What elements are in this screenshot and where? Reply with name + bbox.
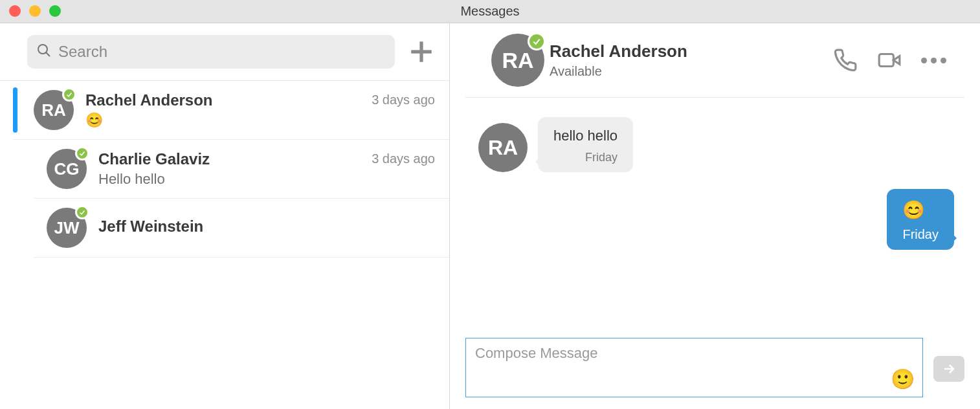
chat-pane: RA Rachel Anderson Available xyxy=(450,23,980,409)
video-call-button[interactable] xyxy=(877,48,902,72)
avatar-initials: RA xyxy=(488,136,518,160)
search-icon xyxy=(36,43,52,61)
send-arrow-icon xyxy=(941,361,957,377)
message-avatar: RA xyxy=(478,123,528,172)
phone-icon xyxy=(833,48,858,72)
minimize-window-button[interactable] xyxy=(29,5,41,17)
compose-input[interactable] xyxy=(475,345,869,362)
conversation-item[interactable]: JW Jeff Weinstein xyxy=(34,199,449,258)
dot-icon xyxy=(931,58,937,63)
chat-header: RA Rachel Anderson Available xyxy=(465,23,964,98)
search-input[interactable] xyxy=(58,43,386,61)
presence-available-icon xyxy=(75,146,89,160)
message-row-incoming: RA hello hello Friday xyxy=(478,117,954,172)
message-text: hello hello xyxy=(553,127,618,144)
close-window-button[interactable] xyxy=(9,5,21,17)
presence-available-icon xyxy=(528,32,546,50)
message-bubble-incoming: hello hello Friday xyxy=(538,117,633,172)
conversation-item[interactable]: CG Charlie Galaviz Hello hello 3 days ag… xyxy=(34,140,449,199)
conversation-preview: Hello hello xyxy=(98,171,372,188)
svg-point-0 xyxy=(38,45,47,54)
message-row-outgoing: 😊 Friday xyxy=(478,189,954,250)
svg-rect-4 xyxy=(879,54,893,67)
message-bubble-outgoing: 😊 Friday xyxy=(887,189,954,250)
message-time: Friday xyxy=(553,151,618,164)
chat-contact-name: Rachel Anderson xyxy=(550,41,829,61)
chat-contact-status: Available xyxy=(550,64,829,79)
window-controls xyxy=(9,5,61,17)
compose-box[interactable]: 🙂 xyxy=(465,338,923,397)
avatar: JW xyxy=(47,208,87,248)
chat-avatar: RA xyxy=(491,34,544,87)
svg-line-1 xyxy=(46,52,50,56)
conversation-name: Rachel Anderson xyxy=(85,91,372,109)
more-options-button[interactable] xyxy=(921,58,946,63)
presence-available-icon xyxy=(62,87,76,102)
voice-call-button[interactable] xyxy=(833,48,858,72)
send-button[interactable] xyxy=(933,356,964,382)
conversation-list: RA Rachel Anderson 😊 3 days ago CG xyxy=(0,81,449,258)
emoji-picker-button[interactable]: 🙂 xyxy=(891,370,915,389)
window-titlebar: Messages xyxy=(0,0,980,23)
conversation-name: Charlie Galaviz xyxy=(98,150,372,168)
avatar: CG xyxy=(47,149,87,189)
dot-icon xyxy=(921,58,927,63)
maximize-window-button[interactable] xyxy=(49,5,61,17)
avatar: RA xyxy=(34,90,74,130)
conversation-preview: 😊 xyxy=(85,112,372,129)
sidebar-header xyxy=(0,23,449,81)
conversation-item[interactable]: RA Rachel Anderson 😊 3 days ago xyxy=(13,81,449,140)
smiley-icon: 🙂 xyxy=(891,368,915,390)
video-icon xyxy=(877,48,902,72)
conversation-time: 3 days ago xyxy=(372,151,435,166)
sidebar: RA Rachel Anderson 😊 3 days ago CG xyxy=(0,23,450,409)
message-list: RA hello hello Friday 😊 Friday xyxy=(450,98,980,338)
search-field-wrapper[interactable] xyxy=(27,35,395,69)
conversation-time: 3 days ago xyxy=(372,93,435,107)
message-time: Friday xyxy=(902,227,939,242)
dot-icon xyxy=(941,58,946,63)
avatar-initials: CG xyxy=(54,159,80,179)
new-message-button[interactable] xyxy=(408,38,435,65)
presence-available-icon xyxy=(75,205,89,219)
avatar-initials: RA xyxy=(502,48,533,73)
message-text: 😊 xyxy=(902,199,939,221)
conversation-name: Jeff Weinstein xyxy=(98,217,435,236)
avatar-initials: JW xyxy=(54,218,80,238)
window-title: Messages xyxy=(460,4,519,19)
compose-area: 🙂 xyxy=(450,338,980,409)
avatar-initials: RA xyxy=(41,100,66,120)
